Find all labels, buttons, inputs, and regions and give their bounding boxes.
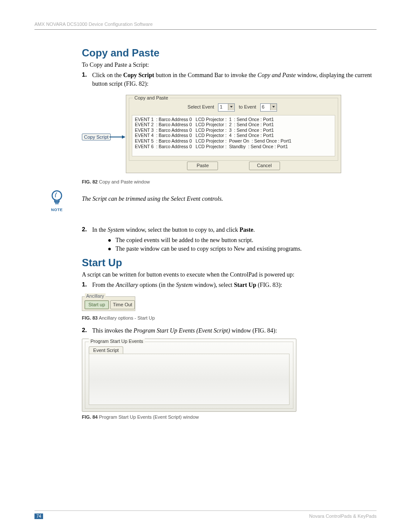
chevron-down-icon[interactable]	[270, 104, 277, 110]
copy-script-button[interactable]: Copy Script	[82, 134, 111, 140]
running-header: AMX NOVARA DCS1000 Device Configuration …	[34, 22, 377, 30]
copy-paste-window: Copy and Paste Select Event 1 to Event 6…	[126, 95, 341, 173]
step-2-copy-paste: 2. In the System window, select the butt…	[82, 226, 377, 234]
ancillary-group-label: Ancillary	[85, 293, 106, 299]
arrow-icon	[109, 137, 125, 137]
footer-product: Novara ControlPads & KeyPads	[309, 513, 377, 519]
intro-copy-paste: To Copy and Paste a Script:	[82, 62, 377, 68]
note-block: NOTE The Script can be trimmed using the…	[82, 192, 377, 218]
event-list[interactable]: EVENT 1 : Barco Address 0 LCD Projector …	[132, 115, 335, 156]
psu-group-label: Program Start Up Events	[89, 339, 145, 344]
event-script-tab[interactable]: Event Script	[89, 346, 123, 354]
select-event-label: Select Event	[187, 104, 214, 109]
page-number: 74	[34, 513, 43, 519]
figure-82-caption: FIG. 82 Copy and Paste window	[82, 179, 377, 184]
to-event-label: to Event	[239, 104, 256, 109]
figure-84-caption: FIG. 84 Program Start Up Events (Event S…	[82, 414, 377, 420]
intro-start-up: A script can be written for button event…	[82, 271, 377, 278]
figure-83-caption: FIG. 83 Ancillary options - Start Up	[82, 315, 377, 320]
select-event-from-dropdown[interactable]: 1	[218, 103, 235, 112]
svg-point-0	[52, 191, 62, 200]
heading-copy-and-paste: Copy and Paste	[82, 47, 377, 59]
chevron-down-icon[interactable]	[228, 104, 234, 110]
heading-start-up: Start Up	[82, 257, 377, 269]
figure-82: Copy Script Copy and Paste Select Event …	[82, 95, 377, 177]
event-script-area[interactable]	[89, 354, 290, 405]
figure-83: Ancillary Start up Time Out	[82, 296, 135, 311]
step-1-start-up: 1. From the Ancillary options (in the Sy…	[82, 281, 377, 289]
time-out-button[interactable]: Time Out	[110, 300, 135, 309]
cancel-button[interactable]: Cancel	[249, 162, 280, 170]
note-text: The Script can be trimmed using the Sele…	[82, 192, 377, 202]
start-up-button[interactable]: Start up	[84, 300, 109, 309]
step-1-copy-paste: 1. Click on the Copy Script button in th…	[82, 71, 377, 89]
page-footer: 74 Novara ControlPads & KeyPads	[34, 510, 377, 519]
lightbulb-icon: NOTE	[48, 190, 65, 212]
select-event-to-dropdown[interactable]: 6	[260, 103, 277, 112]
paste-button[interactable]: Paste	[187, 162, 218, 170]
figure-84: Program Start Up Events Event Script	[82, 339, 296, 412]
cp-group-label: Copy and Paste	[133, 95, 170, 100]
step-2-start-up: 2. This invokes the Program Start Up Eve…	[82, 327, 377, 335]
bullet-list-copy-paste: ●The copied events will be added to the …	[108, 237, 377, 252]
program-startup-events-window: Program Start Up Events Event Script	[82, 339, 296, 412]
